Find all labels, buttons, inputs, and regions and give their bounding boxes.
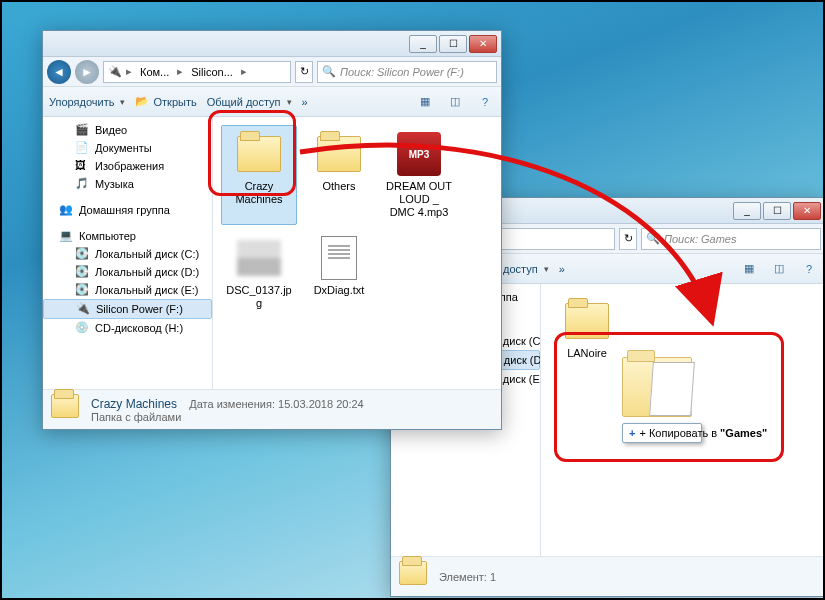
- explorer-window-silicon[interactable]: _ ☐ ✕ ◄ ► ▸ Ком... ▸ Silicon... ▸ ↻ 🔍 По…: [42, 30, 502, 430]
- drag-folder-icon: [622, 357, 692, 417]
- tree-computer[interactable]: Компьютер: [43, 227, 212, 245]
- jpg-icon: [237, 240, 281, 276]
- back-button[interactable]: ◄: [47, 60, 71, 84]
- drag-tooltip: + + Копировать в "Games": [622, 423, 702, 443]
- folder-icon: [565, 303, 609, 339]
- breadcrumb-part[interactable]: Ком...: [136, 66, 173, 78]
- search-placeholder: Поиск: Silicon Power (F:): [340, 66, 464, 78]
- help-button[interactable]: ?: [799, 260, 819, 278]
- disk-icon: [75, 265, 89, 279]
- minimize-button[interactable]: _: [409, 35, 437, 53]
- status-date: 15.03.2018 20:24: [278, 398, 364, 410]
- folder-lanoire[interactable]: LANoire: [549, 292, 625, 365]
- folder-crazy-machines[interactable]: Crazy Machines: [221, 125, 297, 225]
- chevron-right-icon: ▸: [241, 65, 247, 78]
- preview-pane-button[interactable]: ◫: [445, 93, 465, 111]
- search-icon: 🔍: [646, 232, 660, 245]
- video-icon: [75, 123, 89, 137]
- preview-pane-button[interactable]: ◫: [769, 260, 789, 278]
- close-button[interactable]: ✕: [793, 202, 821, 220]
- disk-icon: [75, 283, 89, 297]
- folder-others[interactable]: Others: [301, 125, 377, 225]
- tree-drive-h[interactable]: CD-дисковод (H:): [43, 319, 212, 337]
- usb-icon: [76, 302, 90, 316]
- breadcrumb-part[interactable]: Silicon...: [187, 66, 237, 78]
- folder-icon: [237, 136, 281, 172]
- nav-tree[interactable]: Видео Документы Изображения Музыка Домаш…: [43, 117, 213, 389]
- tree-drive-c[interactable]: Локальный диск (C:): [43, 245, 212, 263]
- open-button[interactable]: Открыть: [135, 95, 196, 109]
- maximize-button[interactable]: ☐: [439, 35, 467, 53]
- search-icon: 🔍: [322, 65, 336, 78]
- tree-images[interactable]: Изображения: [43, 157, 212, 175]
- titlebar[interactable]: _ ☐ ✕: [43, 31, 501, 57]
- tree-drive-d[interactable]: Локальный диск (D:): [43, 263, 212, 281]
- status-name: Crazy Machines: [91, 397, 177, 411]
- address-bar: ◄ ► ▸ Ком... ▸ Silicon... ▸ ↻ 🔍 Поиск: S…: [43, 57, 501, 87]
- status-date-label: Дата изменения:: [189, 398, 275, 410]
- tree-videos[interactable]: Видео: [43, 121, 212, 139]
- disk-icon: [75, 247, 89, 261]
- drag-ghost: + + Копировать в "Games": [622, 357, 702, 443]
- more-button[interactable]: »: [559, 263, 565, 275]
- folder-icon: [317, 136, 361, 172]
- file-jpg[interactable]: DSC_0137.jpg: [221, 229, 297, 315]
- status-bar: Элемент: 1: [391, 556, 825, 596]
- tree-documents[interactable]: Документы: [43, 139, 212, 157]
- chevron-right-icon: ▸: [126, 65, 132, 78]
- file-mp3[interactable]: MP3 DREAM OUT LOUD _ DMC 4.mp3: [381, 125, 457, 225]
- status-bar: Crazy Machines Дата изменения: 15.03.201…: [43, 389, 501, 429]
- folder-icon: [399, 561, 427, 585]
- cd-icon: [75, 321, 89, 335]
- file-txt[interactable]: DxDiag.txt: [301, 229, 377, 315]
- help-button[interactable]: ?: [475, 93, 495, 111]
- breadcrumb[interactable]: ▸ Ком... ▸ Silicon... ▸: [103, 61, 291, 83]
- toolbar: Упорядочить Открыть Общий доступ » ▦ ◫ ?: [43, 87, 501, 117]
- homegroup-icon: [59, 203, 73, 217]
- folder-icon: [51, 394, 79, 418]
- chevron-right-icon: ▸: [177, 65, 183, 78]
- music-icon: [75, 177, 89, 191]
- image-icon: [75, 159, 89, 173]
- maximize-button[interactable]: ☐: [763, 202, 791, 220]
- view-button[interactable]: ▦: [739, 260, 759, 278]
- refresh-button[interactable]: ↻: [295, 61, 313, 83]
- computer-icon: [59, 229, 73, 243]
- status-count: Элемент: 1: [439, 571, 496, 583]
- file-pane[interactable]: Crazy Machines Others MP3 DREAM OUT LOUD…: [213, 117, 501, 389]
- search-input[interactable]: 🔍 Поиск: Games: [641, 228, 821, 250]
- view-button[interactable]: ▦: [415, 93, 435, 111]
- search-placeholder: Поиск: Games: [664, 233, 736, 245]
- more-button[interactable]: »: [302, 96, 308, 108]
- close-button[interactable]: ✕: [469, 35, 497, 53]
- refresh-button[interactable]: ↻: [619, 228, 637, 250]
- forward-button[interactable]: ►: [75, 60, 99, 84]
- document-icon: [75, 141, 89, 155]
- tree-drive-f[interactable]: Silicon Power (F:): [43, 299, 212, 319]
- tree-homegroup[interactable]: Домашняя группа: [43, 201, 212, 219]
- tree-drive-e[interactable]: Локальный диск (E:): [43, 281, 212, 299]
- txt-icon: [321, 236, 357, 280]
- mp3-icon: MP3: [397, 132, 441, 176]
- organize-button[interactable]: Упорядочить: [49, 96, 125, 108]
- tree-music[interactable]: Музыка: [43, 175, 212, 193]
- status-type: Папка с файлами: [91, 411, 364, 423]
- minimize-button[interactable]: _: [733, 202, 761, 220]
- search-input[interactable]: 🔍 Поиск: Silicon Power (F:): [317, 61, 497, 83]
- plus-icon: +: [629, 427, 635, 439]
- open-icon: [135, 95, 149, 109]
- share-button[interactable]: Общий доступ: [207, 96, 292, 108]
- drive-icon: [108, 65, 122, 79]
